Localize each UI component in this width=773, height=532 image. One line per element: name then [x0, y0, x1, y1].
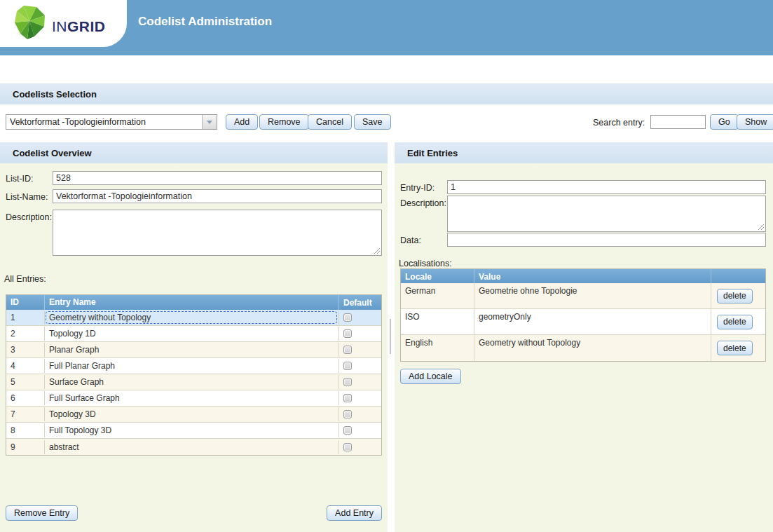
codelists-selection-title: Codelists Selection	[13, 89, 97, 100]
search-entry-input[interactable]	[650, 115, 706, 129]
list-id-input[interactable]	[53, 171, 382, 185]
entry-default-cell	[339, 424, 381, 437]
overview-description-label: Description:	[6, 212, 52, 222]
codelist-select[interactable]: Vektorformat -Topologieinformation	[6, 114, 217, 130]
entry-row[interactable]: 6 Full Surface Graph	[6, 390, 381, 407]
remove-button[interactable]: Remove	[259, 114, 309, 130]
data-label: Data:	[400, 236, 421, 245]
entry-id-cell[interactable]: 9	[6, 440, 45, 454]
list-id-label: List-ID:	[6, 174, 34, 184]
locale-value-cell[interactable]: Geometrie ohne Topologie	[474, 283, 711, 308]
entry-row[interactable]: 3 Planar Graph	[6, 342, 381, 358]
entry-row[interactable]: 5 Surface Graph	[6, 374, 381, 390]
default-checkbox[interactable]	[343, 362, 352, 370]
codelist-administration-app: Codelist Administration INGRID Codelists…	[0, 0, 773, 532]
entry-name-cell[interactable]: Surface Graph	[45, 375, 339, 389]
codelist-select-dropdown-button[interactable]	[202, 115, 217, 129]
localisation-row: ISO geometryOnly delete	[401, 309, 765, 335]
add-locale-button[interactable]: Add Locale	[400, 369, 461, 384]
locale-actions-cell: delete	[711, 335, 765, 361]
entry-name-cell[interactable]: Full Planar Graph	[45, 359, 339, 373]
entry-row[interactable]: 9 abstract	[6, 439, 381, 455]
entry-id-cell[interactable]: 8	[6, 423, 45, 437]
entry-name-cell[interactable]: abstract	[45, 440, 339, 454]
entry-default-cell	[339, 311, 381, 324]
delete-locale-button[interactable]: delete	[717, 341, 753, 355]
delete-locale-button[interactable]: delete	[717, 289, 753, 303]
entry-name-cell[interactable]: Full Surface Graph	[45, 391, 339, 405]
cancel-button[interactable]: Cancel	[308, 114, 352, 130]
locale-cell[interactable]: English	[401, 335, 474, 361]
entry-id-cell[interactable]: 5	[6, 375, 45, 389]
entry-id-input[interactable]	[447, 180, 766, 194]
default-checkbox[interactable]	[343, 394, 352, 402]
entry-row[interactable]: 2 Topology 1D	[6, 326, 381, 342]
column-header-value: Value	[474, 269, 711, 283]
save-button[interactable]: Save	[354, 114, 391, 130]
entry-default-cell	[339, 327, 381, 340]
column-header-id: ID	[6, 295, 45, 310]
entry-name-cell[interactable]: Topology 1D	[45, 327, 339, 341]
entry-id-cell[interactable]: 3	[6, 343, 45, 357]
column-header-entry-name: Entry Name	[45, 295, 339, 310]
entry-id-cell[interactable]: 1	[6, 311, 45, 325]
entry-name-cell[interactable]: Full Topology 3D	[45, 423, 339, 437]
locale-value-cell[interactable]: Geometry without Topology	[474, 335, 711, 361]
edit-entries-panel: Entry-ID: Description: Data: Localisatio…	[395, 163, 773, 532]
all-entries-table-body: 1 Geometry without Topology 2 Topology 1…	[6, 310, 381, 455]
entry-default-cell	[339, 360, 381, 372]
locale-actions-cell: delete	[711, 283, 765, 308]
entry-name-cell[interactable]: Geometry without Topology	[45, 311, 339, 325]
default-checkbox[interactable]	[343, 346, 352, 354]
localisations-table: Locale Value German Geometrie ohne Topol…	[400, 268, 766, 362]
list-name-label: List-Name:	[6, 192, 48, 202]
ingrid-logo: INGRID	[0, 0, 127, 47]
entry-row[interactable]: 8 Full Topology 3D	[6, 423, 381, 439]
entry-id-label: Entry-ID:	[400, 183, 435, 193]
remove-entry-button[interactable]: Remove Entry	[6, 505, 78, 521]
chevron-down-icon	[207, 121, 212, 124]
default-checkbox[interactable]	[343, 329, 352, 338]
default-checkbox[interactable]	[343, 410, 352, 418]
default-checkbox[interactable]	[343, 426, 352, 435]
entry-default-cell	[339, 441, 381, 453]
add-button[interactable]: Add	[226, 114, 258, 130]
locale-actions-cell: delete	[711, 309, 765, 334]
entry-row[interactable]: 7 Topology 3D	[6, 407, 381, 423]
column-header-actions	[711, 269, 765, 283]
entry-id-cell[interactable]: 4	[6, 359, 45, 373]
show-button[interactable]: Show	[737, 114, 773, 130]
default-checkbox[interactable]	[343, 313, 352, 322]
entry-id-cell[interactable]: 7	[6, 407, 45, 421]
localisations-label: Localisations:	[399, 259, 452, 268]
locale-cell[interactable]: German	[401, 283, 474, 308]
all-entries-label: All Entries:	[4, 274, 46, 284]
go-button[interactable]: Go	[710, 114, 739, 130]
entry-id-cell[interactable]: 2	[6, 327, 45, 341]
entry-name-cell[interactable]: Topology 3D	[45, 407, 339, 421]
locale-value-cell[interactable]: geometryOnly	[474, 309, 711, 334]
codelist-select-value: Vektorformat -Topologieinformation	[6, 115, 202, 129]
edit-description-textarea[interactable]	[447, 196, 766, 232]
default-checkbox[interactable]	[343, 378, 352, 386]
entry-id-cell[interactable]: 6	[6, 391, 45, 405]
search-entry-label: Search entry:	[593, 118, 645, 128]
overview-description-textarea[interactable]	[53, 210, 382, 256]
entry-row[interactable]: 1 Geometry without Topology	[6, 310, 381, 326]
data-input[interactable]	[447, 233, 766, 247]
all-entries-table: ID Entry Name Default 1 Geometry without…	[6, 294, 382, 456]
default-checkbox[interactable]	[343, 443, 352, 451]
locale-cell[interactable]: ISO	[401, 309, 474, 334]
entry-default-cell	[339, 376, 381, 388]
localisations-table-header: Locale Value	[401, 269, 765, 283]
edit-entries-title: Edit Entries	[407, 148, 458, 158]
delete-locale-button[interactable]: delete	[717, 315, 753, 329]
entry-row[interactable]: 4 Full Planar Graph	[6, 358, 381, 374]
ingrid-logo-text: INGRID	[52, 18, 106, 35]
app-header: Codelist Administration INGRID	[0, 0, 773, 55]
list-name-input[interactable]	[53, 189, 382, 203]
entry-default-cell	[339, 343, 381, 356]
codelists-selection-bar: Codelists Selection	[0, 83, 773, 104]
entry-name-cell[interactable]: Planar Graph	[45, 343, 339, 357]
add-entry-button[interactable]: Add Entry	[327, 505, 382, 521]
